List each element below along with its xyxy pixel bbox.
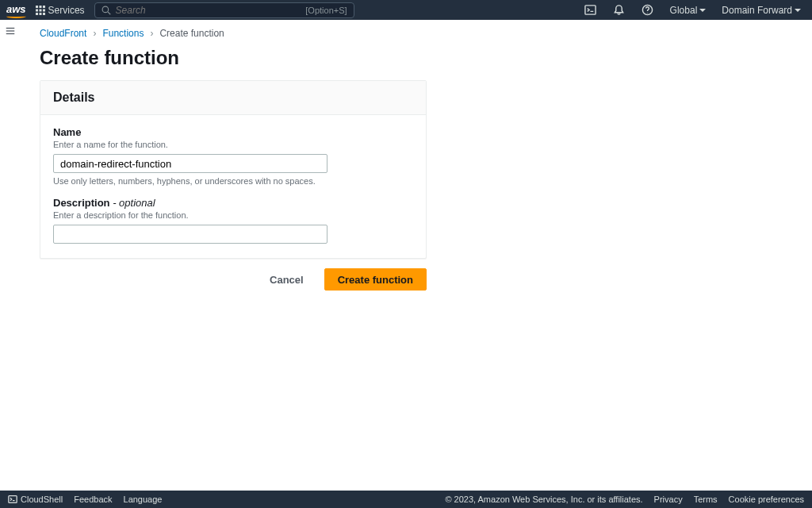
search-input[interactable] [111,5,306,16]
description-description: Enter a description for the function. [53,210,413,220]
feedback-link[interactable]: Feedback [74,495,112,504]
aws-logo[interactable]: aws [6,3,26,17]
svg-rect-11 [585,6,596,14]
breadcrumb: CloudFront › Functions › Create function [40,28,796,39]
cookie-preferences-link[interactable]: Cookie preferences [729,495,804,504]
name-input[interactable] [53,154,327,173]
svg-rect-7 [39,13,41,15]
svg-rect-16 [9,496,17,503]
help-icon[interactable] [642,4,654,17]
account-menu[interactable]: Domain Forward [722,5,801,16]
name-description: Enter a name for the function. [53,140,413,149]
details-panel: Details Name Enter a name for the functi… [40,80,427,259]
name-hint: Use only letters, numbers, hyphens, or u… [53,176,413,186]
svg-rect-1 [39,6,41,8]
cloudshell-icon[interactable] [584,4,597,17]
cloudshell-button[interactable]: CloudShell [8,495,63,504]
caret-down-icon [699,9,706,12]
privacy-link[interactable]: Privacy [654,495,683,504]
svg-line-10 [107,11,109,13]
svg-rect-6 [36,13,38,15]
cancel-button[interactable]: Cancel [257,268,316,291]
services-label: Services [48,5,85,16]
terms-link[interactable]: Terms [694,495,718,504]
main-content: CloudFront › Functions › Create function… [0,20,812,306]
caret-down-icon [795,9,801,12]
panel-header: Details [40,81,426,115]
field-name: Name Enter a name for the function. Use … [53,126,413,186]
svg-rect-8 [43,13,45,15]
description-input[interactable] [53,225,327,244]
copyright-text: © 2023, Amazon Web Services, Inc. or its… [445,495,642,504]
terminal-icon [8,495,17,504]
services-menu[interactable]: Services [33,3,88,17]
field-description: Description - optional Enter a descripti… [53,197,413,244]
side-nav-toggle[interactable] [5,25,16,39]
svg-rect-4 [39,9,41,11]
svg-rect-0 [36,6,38,8]
chevron-right-icon: › [93,28,96,39]
search-shortcut-hint: [Option+S] [305,6,347,15]
breadcrumb-cloudfront[interactable]: CloudFront [40,28,86,39]
footer: CloudShell Feedback Language © 2023, Ama… [0,491,812,508]
svg-rect-2 [43,6,45,8]
create-function-button[interactable]: Create function [324,268,427,291]
top-nav: aws Services [Option+S] Global Domain Fo… [0,0,812,20]
chevron-right-icon: › [150,28,153,39]
global-search[interactable]: [Option+S] [94,2,354,18]
description-label: Description - optional [53,197,413,209]
breadcrumb-current: Create function [159,28,224,39]
name-label: Name [53,126,413,138]
svg-rect-5 [43,9,45,11]
grid-icon [36,6,45,15]
form-actions: Cancel Create function [40,268,427,291]
breadcrumb-functions[interactable]: Functions [102,28,144,39]
search-icon [102,6,111,15]
notifications-icon[interactable] [613,4,626,17]
region-selector[interactable]: Global [670,5,707,16]
svg-point-9 [102,6,109,13]
svg-rect-3 [36,9,38,11]
page-title: Create function [40,47,796,69]
language-link[interactable]: Language [124,495,163,504]
